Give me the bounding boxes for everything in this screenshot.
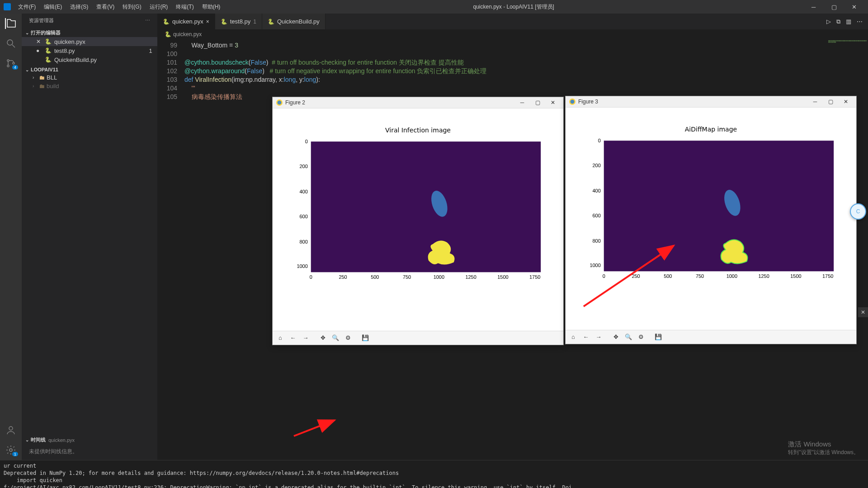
plot-title: Viral Infection image: [273, 127, 563, 134]
back-icon[interactable]: ←: [287, 332, 299, 344]
svg-text:250: 250: [632, 274, 640, 279]
python-file-icon: 🐍: [221, 19, 227, 25]
svg-point-2: [7, 60, 9, 61]
matplotlib-icon: [569, 99, 576, 105]
svg-text:1250: 1250: [758, 274, 769, 279]
python-file-icon: 🐍: [44, 56, 52, 63]
svg-rect-39: [604, 141, 834, 272]
account-icon[interactable]: [5, 425, 16, 436]
svg-text:400: 400: [299, 189, 307, 194]
modified-badge: 1: [147, 47, 154, 54]
pan-icon[interactable]: ✥: [610, 331, 622, 343]
svg-text:1750: 1750: [529, 275, 540, 280]
figure-2-titlebar[interactable]: Figure 2 ─ ▢ ✕: [273, 97, 563, 108]
timeline-header[interactable]: ⌄ 时间线 quicken.pyx: [22, 436, 157, 444]
zoom-icon[interactable]: 🔍: [330, 332, 341, 344]
svg-point-4: [13, 62, 14, 64]
menu-view[interactable]: 查看(V): [93, 2, 118, 12]
svg-text:600: 600: [592, 213, 600, 218]
figure-3-window[interactable]: Figure 3 ─ ▢ ✕ AiDiffMap image 0 250 500…: [565, 96, 857, 344]
home-icon[interactable]: ⌂: [274, 332, 286, 344]
figure-3-titlebar[interactable]: Figure 3 ─ ▢ ✕: [566, 96, 856, 108]
open-editors-header[interactable]: ⌄ 打开的编辑器: [22, 28, 157, 37]
python-file-icon: 🐍: [44, 38, 52, 45]
close-icon[interactable]: ×: [206, 19, 209, 25]
python-file-icon: 🐍: [165, 31, 171, 38]
split-icon[interactable]: ⧉: [836, 18, 840, 25]
svg-text:0: 0: [310, 275, 312, 280]
svg-text:200: 200: [592, 163, 600, 168]
open-editor-quicken[interactable]: ✕ 🐍 quicken.pyx: [22, 37, 157, 46]
svg-text:0: 0: [603, 274, 605, 279]
figure-2-window[interactable]: Figure 2 ─ ▢ ✕ Viral Infection image 0 2…: [272, 97, 564, 345]
back-icon[interactable]: ←: [580, 331, 592, 343]
svg-text:800: 800: [592, 238, 600, 244]
svg-text:1000: 1000: [590, 263, 600, 268]
menu-help[interactable]: 帮助(H): [198, 2, 224, 12]
menu-select[interactable]: 选择(S): [66, 2, 92, 12]
layout-icon[interactable]: ▥: [846, 18, 851, 25]
sidebar-title: 资源管理器: [29, 17, 54, 24]
pan-icon[interactable]: ✥: [317, 332, 329, 344]
chevron-down-icon: ⌄: [25, 437, 29, 442]
more-icon[interactable]: ⋯: [857, 18, 863, 25]
svg-text:750: 750: [696, 274, 704, 279]
close-button[interactable]: ✕: [844, 0, 864, 14]
svg-point-0: [7, 40, 13, 45]
dirty-icon: ●: [36, 47, 42, 54]
close-button[interactable]: ✕: [839, 97, 853, 106]
maximize-button[interactable]: ▢: [824, 0, 844, 14]
svg-point-5: [9, 427, 13, 430]
window-title: quicken.pyx - LoopAIV11 [管理员]: [224, 3, 803, 11]
forward-icon[interactable]: →: [593, 331, 604, 343]
tab-test8[interactable]: 🐍 test8.py 1: [215, 14, 262, 29]
settings-icon[interactable]: 1: [5, 445, 16, 455]
save-icon[interactable]: 💾: [359, 332, 371, 344]
scm-icon[interactable]: 4: [5, 58, 16, 69]
menu-edit[interactable]: 编辑(E): [40, 2, 66, 12]
svg-text:1000: 1000: [297, 264, 307, 269]
svg-text:500: 500: [664, 274, 672, 279]
sidebar-more-icon[interactable]: ⋯: [145, 18, 150, 23]
svg-line-1: [12, 45, 15, 47]
terminal-panel[interactable]: ur current Deprecated in NumPy 1.20; for…: [0, 460, 868, 488]
save-icon[interactable]: 💾: [652, 331, 664, 343]
tab-actions: ▷ ⧉ ▥ ⋯: [821, 18, 868, 25]
minimize-button[interactable]: ─: [515, 98, 529, 107]
floating-assistant-icon[interactable]: C: [850, 203, 866, 220]
menu-run[interactable]: 运行(R): [146, 2, 172, 12]
chevron-right-icon: ›: [33, 84, 37, 89]
minimize-button[interactable]: ─: [808, 97, 822, 106]
run-icon[interactable]: ▷: [826, 18, 831, 25]
home-icon[interactable]: ⌂: [567, 331, 579, 343]
maximize-button[interactable]: ▢: [824, 97, 837, 106]
explorer-icon[interactable]: [5, 18, 16, 29]
folder-build[interactable]: › 🖿 build: [22, 82, 157, 90]
svg-text:250: 250: [339, 275, 347, 280]
close-icon[interactable]: ✕: [36, 38, 42, 45]
open-editor-quickenbuild[interactable]: 🐍 QuickenBuild.py: [22, 55, 157, 64]
minimize-button[interactable]: ─: [803, 0, 824, 14]
configure-icon[interactable]: ⚙: [342, 332, 354, 344]
sidebar-header: 资源管理器 ⋯: [22, 14, 157, 28]
breadcrumb[interactable]: 🐍 quicken.pyx: [157, 29, 868, 39]
menu-goto[interactable]: 转到(G): [119, 2, 145, 12]
forward-icon[interactable]: →: [300, 332, 311, 344]
tab-quicken[interactable]: 🐍 quicken.pyx ×: [157, 14, 215, 29]
menu-terminal[interactable]: 终端(T): [172, 2, 197, 12]
open-editor-test8[interactable]: ● 🐍 test8.py 1: [22, 46, 157, 55]
plot-svg: 0 250 500 750 1000 1250 1500 1750 0 200 …: [566, 108, 856, 329]
configure-icon[interactable]: ⚙: [635, 331, 647, 343]
project-header[interactable]: ⌄ LOOPAIV11: [22, 66, 157, 73]
settings-badge: 1: [12, 452, 18, 456]
close-button[interactable]: ✕: [546, 98, 560, 107]
maximize-button[interactable]: ▢: [531, 98, 544, 107]
folder-bll[interactable]: › 🖿 BLL: [22, 73, 157, 82]
search-icon[interactable]: [5, 38, 16, 49]
zoom-icon[interactable]: 🔍: [623, 331, 634, 343]
activate-windows-watermark: 激活 Windows 转到"设置"以激活 Windows。: [788, 440, 859, 456]
tab-quickenbuild[interactable]: 🐍 QuickenBuild.py: [262, 14, 326, 29]
chevron-down-icon: ⌄: [25, 30, 29, 35]
panel-close-icon[interactable]: ✕: [858, 307, 868, 317]
menu-file[interactable]: 文件(F): [14, 2, 39, 12]
